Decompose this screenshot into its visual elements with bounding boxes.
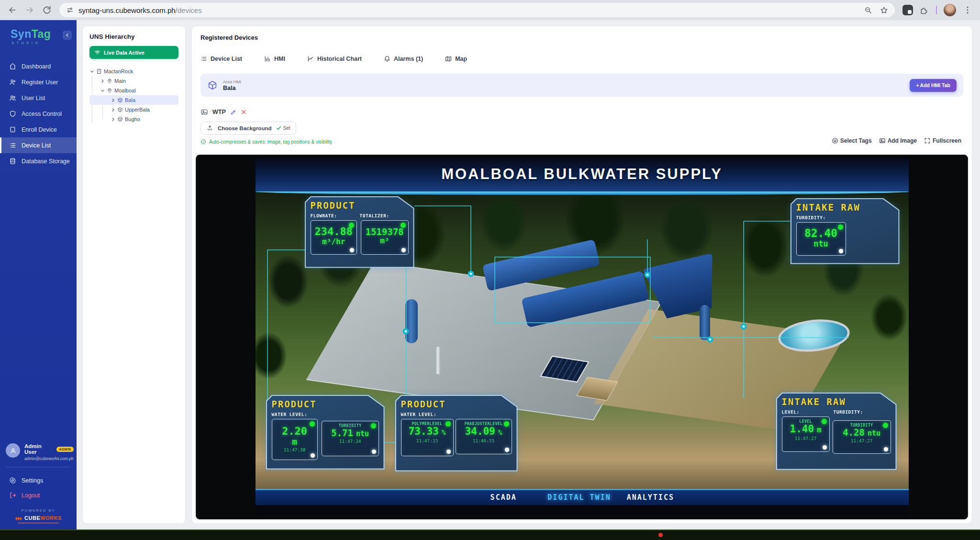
bookmark-star-icon[interactable] (880, 6, 888, 14)
tree-node-upperbala[interactable]: UpperBala (89, 105, 178, 114)
sidebar-item-enroll-device[interactable]: Enroll Device (0, 122, 77, 137)
visibility-dot (372, 450, 376, 454)
tab-map[interactable]: Map (445, 56, 467, 62)
sidebar-item-label: Device List (22, 142, 51, 149)
choose-background-control[interactable]: Choose Background Set (200, 122, 296, 135)
ph-adjuster-value-box[interactable]: PHADJUSTERLEVEL 34.09 % 11:46:55 (456, 419, 512, 454)
hmi-bottom-strip (256, 505, 909, 516)
tree-node-moalboal[interactable]: Moalboal (89, 86, 178, 95)
tag-anchor-dots (402, 270, 746, 342)
tree-node-bala[interactable]: Bala (89, 95, 178, 105)
visibility-dot (311, 453, 315, 458)
turbidity-value-box[interactable]: TURBIDITY 4.28 ntu 11:47:27 (833, 420, 891, 454)
reload-icon[interactable] (42, 5, 52, 15)
edit-pencil-icon[interactable] (230, 109, 236, 115)
upload-icon (207, 125, 213, 131)
zoom-out-icon[interactable] (864, 6, 872, 14)
select-tags-label: Select Tags (840, 137, 872, 144)
totalizer-value-box[interactable]: 1519378 m³ (361, 220, 408, 255)
turbidity-value-box[interactable]: 82.40 ntu (796, 222, 846, 256)
tree-node-mactanrock[interactable]: MactanRock (89, 67, 178, 76)
list-icon (9, 142, 16, 149)
turbidity-unit: ntu (356, 430, 369, 438)
tree-node-main[interactable]: Main (89, 76, 178, 86)
back-icon[interactable] (8, 5, 17, 15)
chevron-down-icon[interactable] (89, 69, 95, 74)
area-hmi-name: Bala (223, 85, 241, 91)
panel-product-bottom-middle[interactable]: PRODUCT WATER LEVEL: POLYMERLEVEL 73.33 … (395, 395, 518, 472)
tab-hmi[interactable]: HMI (264, 56, 285, 62)
fullscreen-button[interactable]: Fullscreen (924, 137, 961, 144)
footer-tab-digital-twin[interactable]: DIGITAL TWIN (547, 490, 611, 505)
chevron-right-icon[interactable] (111, 117, 116, 122)
panel-intake-raw-bottom[interactable]: INTAKE RAW LEVEL: TURBIDITY: LEVEL 1.40 (776, 393, 897, 470)
sidebar-item-dashboard[interactable]: Dashboard (0, 58, 77, 74)
tree-node-label: Main (114, 78, 126, 84)
tab-label: Alarms (1) (394, 56, 423, 62)
sidebar-item-access-control[interactable]: Access Control (0, 106, 77, 122)
sidebar-collapse-button[interactable] (63, 31, 72, 40)
polymer-level-value-box[interactable]: POLYMERLEVEL 73.33 % 11:47:15 (401, 419, 454, 456)
user-name: Admin User (24, 443, 54, 455)
tab-alarms[interactable]: Alarms (1) (384, 56, 423, 62)
tree-node-label: Moalboal (114, 88, 136, 93)
ph-adjuster-value: 34.09 (465, 426, 495, 437)
footer-tab-scada[interactable]: SCADA (490, 490, 517, 505)
polymer-level-timestamp: 11:47:15 (404, 438, 450, 443)
fullscreen-label: Fullscreen (933, 137, 961, 144)
live-data-status[interactable]: Live Data Active (89, 46, 178, 59)
brand-works: WORKS (40, 515, 62, 521)
settings-button[interactable]: Settings (0, 473, 77, 488)
wifi-icon (94, 49, 100, 56)
turbidity-value-box[interactable]: TURBIDITY 5.71 ntu 11:47:34 (322, 421, 379, 456)
water-level-value-box[interactable]: 2.20 m 11:47:38 (272, 419, 318, 460)
tab-historical-chart[interactable]: Historical Chart (307, 56, 362, 62)
footer-tab-analytics[interactable]: ANALYTICS (627, 490, 674, 505)
close-icon[interactable] (241, 109, 246, 115)
logout-button[interactable]: Logout (0, 488, 77, 503)
tree-node-label: UpperBala (125, 107, 150, 112)
chevron-down-icon[interactable] (100, 88, 105, 93)
turbidity-value: 82.40 (800, 227, 843, 239)
logout-label: Logout (22, 492, 40, 499)
site-info-icon[interactable] (66, 6, 74, 14)
extensions-puzzle-icon[interactable] (920, 5, 929, 15)
url-host: syntag-uns.cubeworks.com.ph (78, 6, 176, 14)
sidebar-divider (6, 467, 71, 467)
select-tags-button[interactable]: Select Tags (832, 137, 872, 144)
panel-product-bottom-left[interactable]: PRODUCT WATER LEVEL: 2.20 m 11:47:38 (266, 395, 385, 470)
forward-icon[interactable] (25, 5, 34, 15)
tree-node-bugho[interactable]: Bugho (89, 114, 178, 124)
set-chip[interactable]: Set (276, 125, 290, 131)
chevron-right-icon[interactable] (111, 107, 116, 112)
sidebar-item-register-user[interactable]: Register User (0, 74, 77, 90)
add-image-label: Add Image (888, 137, 917, 144)
level-value-box[interactable]: LEVEL 1.40 m 11:47:27 (782, 416, 830, 452)
browser-profile-avatar[interactable] (944, 4, 956, 16)
logout-icon (9, 492, 16, 499)
browser-menu-icon[interactable] (963, 5, 972, 15)
panel-product-top[interactable]: PRODUCT FLOWRATE: TOTALIZER: 234.88 m³/h… (305, 196, 414, 268)
address-bar[interactable]: syntag-uns.cubeworks.com.ph/devices (59, 3, 895, 17)
user-profile[interactable]: Admin User ADMIN admin@cubeworks.com.ph (0, 443, 77, 461)
add-image-button[interactable]: Add Image (879, 137, 917, 144)
tree-node-label: MactanRock (104, 68, 133, 74)
chevron-right-icon[interactable] (111, 98, 116, 103)
panel-intake-raw-top[interactable]: INTAKE RAW TURBIDITY: 82.40 ntu (791, 198, 900, 264)
tab-device-list[interactable]: Device List (200, 56, 242, 62)
quality-good-dot (349, 223, 354, 228)
add-hmi-tab-button[interactable]: +Add HMI Tab (910, 79, 957, 92)
turbidity-timestamp: 11:47:34 (325, 439, 376, 444)
chevron-right-icon[interactable] (100, 79, 105, 84)
main-content: Registered Devices Device List HMI Histo… (191, 26, 972, 524)
extension-logo-icon[interactable] (902, 5, 913, 15)
panel-title: INTAKE RAW (782, 396, 891, 407)
hmi-canvas[interactable]: MOALBOAL BULKWATER SUPPLY (196, 155, 968, 519)
totalizer-value: 1519378 (364, 227, 405, 237)
flowrate-value-box[interactable]: 234.88 m³/hr (311, 220, 357, 255)
sidebar-item-user-list[interactable]: User List (0, 90, 77, 106)
sidebar-item-device-list[interactable]: Device List (0, 137, 77, 153)
line-chart-icon (307, 56, 314, 62)
hmi-subtab-wtp[interactable]: WTP (212, 109, 226, 115)
sidebar-item-database-storage[interactable]: Database Storage (0, 153, 77, 169)
